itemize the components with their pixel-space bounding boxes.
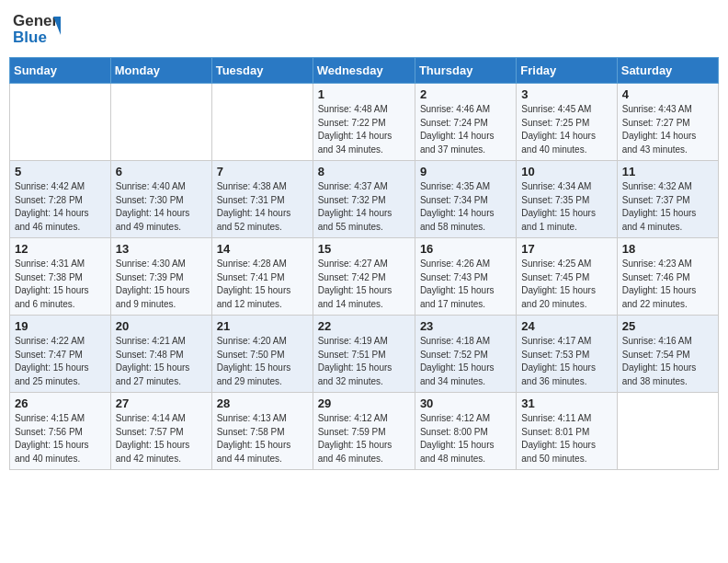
day-info: Sunrise: 4:15 AM Sunset: 7:56 PM Dayligh… (15, 412, 106, 465)
calendar-cell: 14Sunrise: 4:28 AM Sunset: 7:41 PM Dayli… (211, 238, 313, 316)
calendar-cell (211, 84, 313, 161)
calendar-cell: 19Sunrise: 4:22 AM Sunset: 7:47 PM Dayli… (10, 316, 111, 393)
calendar-cell: 26Sunrise: 4:15 AM Sunset: 7:56 PM Dayli… (10, 393, 111, 470)
calendar-cell: 16Sunrise: 4:26 AM Sunset: 7:43 PM Dayli… (415, 238, 516, 316)
day-info: Sunrise: 4:31 AM Sunset: 7:38 PM Dayligh… (15, 258, 106, 311)
calendar-header-row: SundayMondayTuesdayWednesdayThursdayFrid… (10, 58, 719, 84)
day-number: 28 (217, 396, 308, 410)
calendar-cell: 7Sunrise: 4:38 AM Sunset: 7:31 PM Daylig… (211, 161, 313, 238)
day-number: 7 (217, 165, 308, 178)
calendar-cell: 29Sunrise: 4:12 AM Sunset: 7:59 PM Dayli… (313, 393, 415, 470)
day-info: Sunrise: 4:42 AM Sunset: 7:28 PM Dayligh… (15, 180, 106, 234)
day-info: Sunrise: 4:26 AM Sunset: 7:43 PM Dayligh… (420, 258, 511, 311)
calendar-cell: 20Sunrise: 4:21 AM Sunset: 7:48 PM Dayli… (110, 316, 211, 393)
day-number: 19 (15, 319, 106, 333)
calendar-cell: 23Sunrise: 4:18 AM Sunset: 7:52 PM Dayli… (415, 316, 516, 393)
col-header-wednesday: Wednesday (313, 58, 415, 84)
day-number: 6 (116, 165, 207, 178)
calendar-cell: 22Sunrise: 4:19 AM Sunset: 7:51 PM Dayli… (313, 316, 415, 393)
day-info: Sunrise: 4:14 AM Sunset: 7:57 PM Dayligh… (116, 412, 207, 465)
day-number: 11 (622, 165, 713, 178)
day-number: 8 (318, 165, 410, 178)
calendar-cell: 28Sunrise: 4:13 AM Sunset: 7:58 PM Dayli… (211, 393, 313, 470)
day-number: 4 (622, 87, 713, 101)
day-info: Sunrise: 4:21 AM Sunset: 7:48 PM Dayligh… (116, 335, 207, 388)
day-info: Sunrise: 4:17 AM Sunset: 7:53 PM Dayligh… (521, 335, 611, 388)
calendar-cell: 24Sunrise: 4:17 AM Sunset: 7:53 PM Dayli… (517, 316, 617, 393)
day-number: 29 (318, 396, 410, 410)
calendar-cell: 27Sunrise: 4:14 AM Sunset: 7:57 PM Dayli… (110, 393, 211, 470)
calendar-cell: 21Sunrise: 4:20 AM Sunset: 7:50 PM Dayli… (211, 316, 313, 393)
calendar-table: SundayMondayTuesdayWednesdayThursdayFrid… (9, 57, 719, 470)
day-number: 26 (15, 396, 106, 410)
day-number: 20 (116, 319, 207, 333)
calendar-cell: 10Sunrise: 4:34 AM Sunset: 7:35 PM Dayli… (517, 161, 617, 238)
day-info: Sunrise: 4:20 AM Sunset: 7:50 PM Dayligh… (217, 335, 308, 388)
day-number: 12 (15, 242, 106, 256)
calendar-cell (10, 84, 111, 161)
day-number: 16 (420, 242, 511, 256)
page-header: General Blue (9, 9, 719, 50)
day-info: Sunrise: 4:25 AM Sunset: 7:45 PM Dayligh… (521, 258, 611, 311)
day-info: Sunrise: 4:40 AM Sunset: 7:30 PM Dayligh… (116, 180, 207, 234)
calendar-week-row: 1Sunrise: 4:48 AM Sunset: 7:22 PM Daylig… (10, 84, 719, 161)
day-number: 9 (420, 165, 511, 178)
day-number: 21 (217, 319, 308, 333)
calendar-cell: 30Sunrise: 4:12 AM Sunset: 8:00 PM Dayli… (415, 393, 516, 470)
day-info: Sunrise: 4:45 AM Sunset: 7:25 PM Dayligh… (521, 103, 611, 156)
calendar-cell: 11Sunrise: 4:32 AM Sunset: 7:37 PM Dayli… (617, 161, 718, 238)
calendar-cell: 3Sunrise: 4:45 AM Sunset: 7:25 PM Daylig… (517, 84, 617, 161)
day-number: 3 (521, 87, 611, 101)
day-info: Sunrise: 4:18 AM Sunset: 7:52 PM Dayligh… (420, 335, 511, 388)
calendar-week-row: 5Sunrise: 4:42 AM Sunset: 7:28 PM Daylig… (10, 161, 719, 238)
day-number: 5 (15, 165, 106, 178)
calendar-cell: 2Sunrise: 4:46 AM Sunset: 7:24 PM Daylig… (415, 84, 516, 161)
day-info: Sunrise: 4:12 AM Sunset: 7:59 PM Dayligh… (318, 412, 410, 465)
day-info: Sunrise: 4:27 AM Sunset: 7:42 PM Dayligh… (318, 258, 410, 311)
day-info: Sunrise: 4:28 AM Sunset: 7:41 PM Dayligh… (217, 258, 308, 311)
day-number: 31 (521, 396, 611, 410)
day-info: Sunrise: 4:32 AM Sunset: 7:37 PM Dayligh… (622, 180, 713, 234)
day-number: 2 (420, 87, 511, 101)
calendar-cell (110, 84, 211, 161)
day-number: 15 (318, 242, 410, 256)
day-number: 23 (420, 319, 511, 333)
day-number: 30 (420, 396, 511, 410)
calendar-cell: 12Sunrise: 4:31 AM Sunset: 7:38 PM Dayli… (10, 238, 111, 316)
day-info: Sunrise: 4:19 AM Sunset: 7:51 PM Dayligh… (318, 335, 410, 388)
logo: General Blue (13, 9, 61, 50)
day-info: Sunrise: 4:37 AM Sunset: 7:32 PM Dayligh… (318, 180, 410, 234)
day-number: 1 (318, 87, 410, 101)
col-header-friday: Friday (517, 58, 617, 84)
calendar-cell: 25Sunrise: 4:16 AM Sunset: 7:54 PM Dayli… (617, 316, 718, 393)
calendar-cell: 1Sunrise: 4:48 AM Sunset: 7:22 PM Daylig… (313, 84, 415, 161)
day-info: Sunrise: 4:13 AM Sunset: 7:58 PM Dayligh… (217, 412, 308, 465)
day-number: 10 (521, 165, 611, 178)
calendar-cell: 9Sunrise: 4:35 AM Sunset: 7:34 PM Daylig… (415, 161, 516, 238)
day-info: Sunrise: 4:35 AM Sunset: 7:34 PM Dayligh… (420, 180, 511, 234)
svg-text:Blue: Blue (13, 29, 47, 46)
day-number: 13 (116, 242, 207, 256)
calendar-week-row: 19Sunrise: 4:22 AM Sunset: 7:47 PM Dayli… (10, 316, 719, 393)
calendar-cell: 31Sunrise: 4:11 AM Sunset: 8:01 PM Dayli… (517, 393, 617, 470)
day-info: Sunrise: 4:11 AM Sunset: 8:01 PM Dayligh… (521, 412, 611, 465)
col-header-monday: Monday (110, 58, 211, 84)
day-info: Sunrise: 4:16 AM Sunset: 7:54 PM Dayligh… (622, 335, 713, 388)
col-header-sunday: Sunday (10, 58, 111, 84)
col-header-thursday: Thursday (415, 58, 516, 84)
logo-icon: General Blue (13, 9, 61, 50)
day-info: Sunrise: 4:48 AM Sunset: 7:22 PM Dayligh… (318, 103, 410, 156)
calendar-cell: 4Sunrise: 4:43 AM Sunset: 7:27 PM Daylig… (617, 84, 718, 161)
day-info: Sunrise: 4:43 AM Sunset: 7:27 PM Dayligh… (622, 103, 713, 156)
day-info: Sunrise: 4:30 AM Sunset: 7:39 PM Dayligh… (116, 258, 207, 311)
day-number: 14 (217, 242, 308, 256)
calendar-cell: 15Sunrise: 4:27 AM Sunset: 7:42 PM Dayli… (313, 238, 415, 316)
day-info: Sunrise: 4:23 AM Sunset: 7:46 PM Dayligh… (622, 258, 713, 311)
calendar-week-row: 12Sunrise: 4:31 AM Sunset: 7:38 PM Dayli… (10, 238, 719, 316)
day-number: 25 (622, 319, 713, 333)
day-info: Sunrise: 4:46 AM Sunset: 7:24 PM Dayligh… (420, 103, 511, 156)
day-info: Sunrise: 4:38 AM Sunset: 7:31 PM Dayligh… (217, 180, 308, 234)
calendar-cell: 17Sunrise: 4:25 AM Sunset: 7:45 PM Dayli… (517, 238, 617, 316)
calendar-cell: 8Sunrise: 4:37 AM Sunset: 7:32 PM Daylig… (313, 161, 415, 238)
day-number: 17 (521, 242, 611, 256)
